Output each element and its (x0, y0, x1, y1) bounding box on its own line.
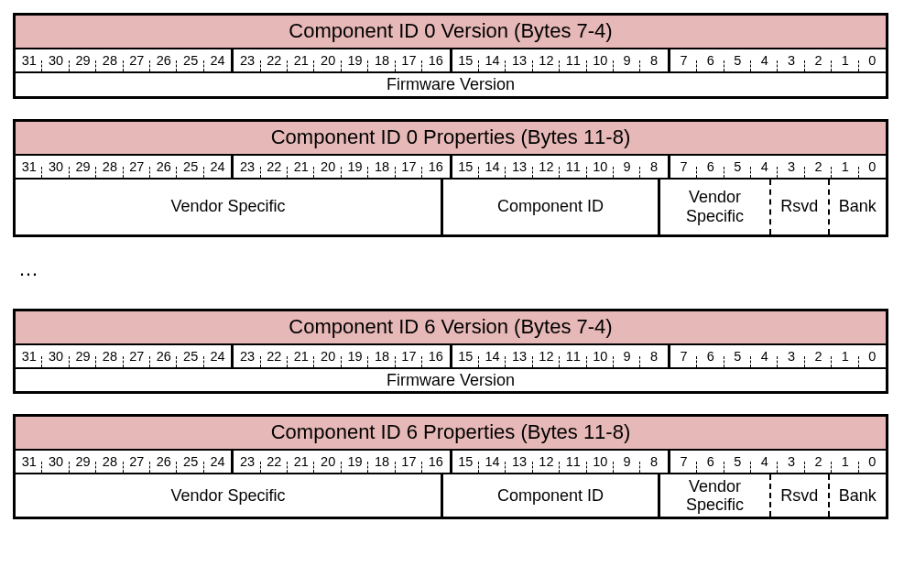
bit-cell: 3 (778, 451, 804, 473)
bit-cell: 21 (288, 451, 314, 473)
byte-group: 2322212019181716 (234, 451, 452, 473)
register-table-3: Component ID 6 Properties (Bytes 11-8) 3… (13, 414, 888, 519)
bit-cell: 28 (96, 49, 123, 71)
bit-cell: 24 (204, 156, 231, 178)
bit-cell: 10 (587, 49, 614, 71)
bit-cell: 6 (697, 345, 724, 367)
bit-cell: 11 (560, 49, 586, 71)
bit-cell: 3 (778, 345, 804, 367)
bit-cell: 13 (506, 345, 532, 367)
bit-cell: 23 (234, 345, 260, 367)
bit-cell: 17 (396, 451, 422, 473)
bit-cell: 2 (805, 451, 832, 473)
bit-cell: 8 (640, 345, 667, 367)
field-row: Firmware Version (16, 73, 886, 96)
field-rsvd: Rsvd (771, 474, 830, 517)
bit-cell: 6 (697, 156, 724, 178)
bit-cell: 4 (751, 345, 778, 367)
bit-cell: 10 (587, 156, 614, 178)
bit-cell: 19 (342, 156, 368, 178)
bit-cell: 0 (859, 345, 886, 367)
bit-cell: 1 (832, 156, 858, 178)
bit-cell: 0 (859, 156, 886, 178)
bit-cell: 14 (479, 451, 506, 473)
bit-cell: 27 (124, 156, 150, 178)
bit-cell: 29 (70, 156, 96, 178)
bit-cell: 10 (587, 345, 614, 367)
bit-cell: 19 (342, 345, 368, 367)
field-firmware-version: Firmware Version (16, 73, 886, 96)
bit-cell: 20 (314, 156, 341, 178)
field-vendor-specific: Vendor Specific (16, 180, 443, 234)
byte-group: 3130292827262524 (16, 156, 234, 178)
bit-cell: 25 (177, 345, 203, 367)
bit-cell: 26 (150, 49, 177, 71)
bit-cell: 18 (368, 49, 395, 71)
bit-cell: 13 (506, 451, 532, 473)
register-title: Component ID 0 Version (Bytes 7-4) (16, 16, 886, 49)
bit-cell: 17 (396, 156, 422, 178)
byte-group: 2322212019181716 (234, 156, 452, 178)
bit-cell: 23 (234, 451, 260, 473)
bit-cell: 12 (533, 156, 560, 178)
bit-cell: 30 (42, 156, 69, 178)
byte-group: 3130292827262524 (16, 451, 234, 473)
bit-cell: 19 (342, 451, 368, 473)
bit-ruler: 3130292827262524232221201918171615141312… (16, 345, 886, 369)
field-bank: Bank (830, 474, 887, 517)
field-bank: Bank (830, 180, 887, 234)
field-row: Vendor SpecificComponent IDVendor Specif… (16, 180, 886, 234)
bit-cell: 20 (314, 49, 341, 71)
bit-cell: 25 (177, 451, 203, 473)
bit-cell: 9 (614, 156, 640, 178)
bit-cell: 24 (204, 451, 231, 473)
bit-cell: 11 (560, 451, 586, 473)
bit-cell: 18 (368, 156, 395, 178)
bit-cell: 7 (670, 345, 697, 367)
bit-cell: 29 (70, 345, 96, 367)
bit-cell: 31 (16, 451, 42, 473)
bit-cell: 25 (177, 156, 203, 178)
bit-cell: 16 (422, 156, 449, 178)
bit-cell: 5 (724, 49, 751, 71)
bit-cell: 12 (533, 345, 560, 367)
bit-cell: 2 (805, 345, 832, 367)
bit-cell: 31 (16, 156, 42, 178)
bit-cell: 9 (614, 345, 640, 367)
bit-cell: 10 (587, 451, 614, 473)
bit-cell: 27 (124, 451, 150, 473)
bit-cell: 17 (396, 49, 422, 71)
bit-cell: 4 (751, 49, 778, 71)
bit-cell: 4 (751, 451, 778, 473)
byte-group: 76543210 (670, 345, 886, 367)
bit-cell: 23 (234, 49, 260, 71)
register-title: Component ID 6 Version (Bytes 7-4) (16, 311, 886, 345)
byte-group: 2322212019181716 (234, 49, 452, 71)
bit-cell: 8 (640, 156, 667, 178)
byte-group: 15141312111098 (452, 156, 670, 178)
bit-cell: 8 (640, 451, 667, 473)
bit-cell: 9 (614, 451, 640, 473)
bit-cell: 19 (342, 49, 368, 71)
bit-cell: 26 (150, 345, 177, 367)
bit-cell: 17 (396, 345, 422, 367)
register-table-0: Component ID 0 Version (Bytes 7-4) 31302… (13, 13, 888, 99)
bit-cell: 14 (479, 49, 506, 71)
bit-cell: 28 (96, 156, 123, 178)
bit-ruler: 3130292827262524232221201918171615141312… (16, 49, 886, 73)
bit-cell: 15 (452, 49, 479, 71)
bit-cell: 6 (697, 49, 724, 71)
bit-cell: 30 (42, 451, 69, 473)
bit-cell: 22 (261, 345, 288, 367)
bit-cell: 20 (314, 345, 341, 367)
bit-cell: 16 (422, 451, 449, 473)
byte-group: 2322212019181716 (234, 345, 452, 367)
byte-group: 15141312111098 (452, 451, 670, 473)
bit-cell: 0 (859, 49, 886, 71)
register-title: Component ID 0 Properties (Bytes 11-8) (16, 122, 886, 156)
bit-cell: 20 (314, 451, 341, 473)
bit-cell: 22 (261, 156, 288, 178)
bit-cell: 21 (288, 156, 314, 178)
bit-cell: 16 (422, 49, 449, 71)
bit-cell: 29 (70, 49, 96, 71)
